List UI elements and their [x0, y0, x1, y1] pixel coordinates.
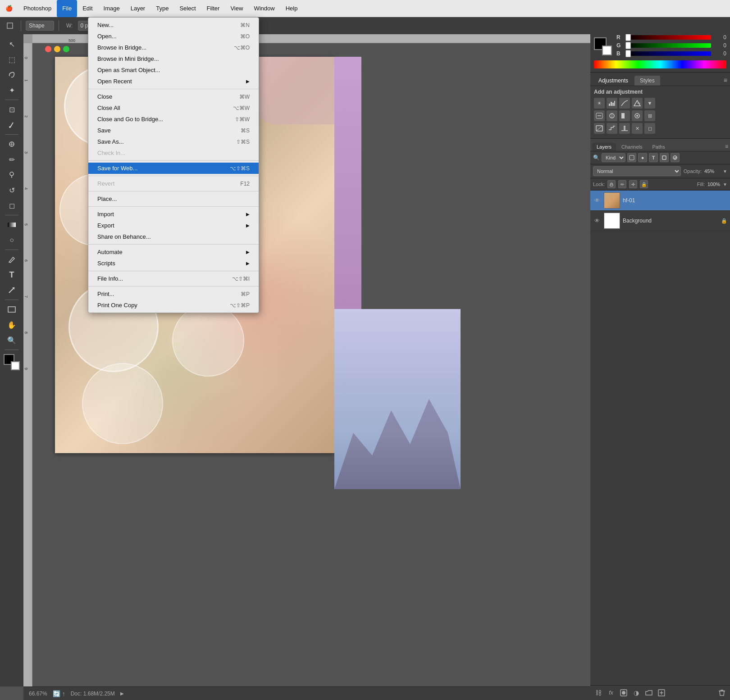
adj-bw[interactable] [619, 110, 630, 121]
menubar-type[interactable]: Type [151, 0, 174, 17]
opacity-arrow[interactable]: ▼ [723, 169, 727, 174]
opacity-value[interactable]: 45% [704, 168, 720, 174]
adjustments-panel-options-btn[interactable]: ≡ [724, 77, 727, 86]
fill-arrow[interactable]: ▼ [723, 182, 727, 187]
menubar-file[interactable]: File [57, 0, 77, 17]
adj-invert[interactable] [594, 123, 605, 134]
menu-item-automate[interactable]: Automate ▶ [88, 246, 259, 258]
menu-item-save-as[interactable]: Save As... ⇧⌘S [88, 136, 259, 147]
blend-mode-select[interactable]: Normal [593, 166, 681, 176]
red-slider-track[interactable] [625, 35, 711, 40]
tab-layers[interactable]: Layers [592, 143, 616, 151]
menubar-window[interactable]: Window [248, 0, 280, 17]
filter-smart-icon[interactable] [671, 153, 680, 162]
adj-curves[interactable] [619, 98, 630, 109]
layer-eye-background[interactable]: 👁 [593, 217, 601, 225]
layer-adj-btn[interactable]: ◑ [631, 687, 642, 698]
layers-panel-options-btn[interactable]: ≡ [725, 143, 728, 151]
filter-adj-icon[interactable]: ● [638, 153, 647, 162]
blue-slider-thumb[interactable] [625, 50, 631, 57]
menubar-select[interactable]: Select [174, 0, 201, 17]
tool-move[interactable]: ↖ [5, 37, 19, 51]
tool-crop[interactable]: ⊡ [5, 102, 19, 117]
layer-delete-btn[interactable] [716, 687, 727, 698]
menu-item-close-all[interactable]: Close All ⌥⌘W [88, 102, 259, 114]
lock-all-btn[interactable]: 🔒 [640, 180, 648, 188]
menubar-image[interactable]: Image [98, 0, 125, 17]
menubar-apple[interactable]: 🍎 [0, 0, 18, 17]
menu-item-browse-bridge[interactable]: Browse in Bridge... ⌥⌘O [88, 42, 259, 53]
tool-brush[interactable]: ✏ [5, 152, 19, 167]
filter-type-icon[interactable]: T [649, 153, 658, 162]
adj-balance[interactable] [607, 110, 617, 121]
menu-item-browse-mini[interactable]: Browse in Mini Bridge... [88, 53, 259, 64]
lock-position-btn[interactable]: ✛ [629, 180, 637, 188]
menu-item-new[interactable]: New... ⌘N [88, 19, 259, 31]
adj-vibrance[interactable]: ▼ [644, 98, 655, 109]
tool-pen[interactable] [5, 252, 19, 267]
tool-healing[interactable] [5, 137, 19, 151]
tool-marquee[interactable]: ⬚ [5, 52, 19, 67]
adj-levels[interactable] [607, 98, 617, 109]
adj-brightness[interactable]: ☀ [594, 98, 605, 109]
green-slider-track[interactable] [625, 43, 711, 48]
tool-magic-wand[interactable]: ✦ [5, 83, 19, 97]
lock-image-btn[interactable]: ✏ [618, 180, 626, 188]
tool-text[interactable]: T [5, 268, 19, 282]
tool-hand[interactable]: ✋ [5, 318, 19, 332]
layer-row-background[interactable]: 👁 Background 🔒 [590, 211, 730, 231]
menu-item-open-recent[interactable]: Open Recent ▶ [88, 76, 259, 87]
tool-zoom[interactable]: 🔍 [5, 333, 19, 347]
red-slider-thumb[interactable] [625, 34, 631, 41]
adj-posterize[interactable] [607, 123, 617, 134]
lock-transparency-btn[interactable] [607, 180, 616, 188]
shape-select[interactable]: Shape [26, 21, 54, 31]
adj-selective-color[interactable]: ◻ [644, 123, 655, 134]
window-minimize-btn[interactable] [54, 46, 60, 52]
layer-row-hf01[interactable]: 👁 hf-01 [590, 191, 730, 211]
tool-history[interactable]: ↺ [5, 183, 19, 197]
bg-color-swatch[interactable] [602, 45, 612, 55]
menu-item-save-for-web[interactable]: Save for Web... ⌥⇧⌘S [88, 163, 259, 174]
adj-exposure[interactable] [632, 98, 643, 109]
menu-item-share-behance[interactable]: Share on Behance... [88, 231, 259, 242]
tool-clone[interactable] [5, 168, 19, 182]
menubar-edit[interactable]: Edit [77, 0, 98, 17]
menu-item-close-bridge[interactable]: Close and Go to Bridge... ⇧⌘W [88, 114, 259, 125]
menu-item-scripts[interactable]: Scripts ▶ [88, 258, 259, 269]
menubar-help[interactable]: Help [280, 0, 303, 17]
window-close-btn[interactable] [45, 46, 51, 52]
doc-info-arrow[interactable]: ▶ [120, 691, 124, 696]
tool-dodge[interactable]: ○ [5, 233, 19, 247]
layer-new-btn[interactable] [656, 687, 667, 698]
menu-item-save[interactable]: Save ⌘S [88, 125, 259, 136]
filter-shape-icon[interactable] [660, 153, 669, 162]
menu-item-import[interactable]: Import ▶ [88, 209, 259, 220]
menubar-view[interactable]: View [225, 0, 248, 17]
fill-value[interactable]: 100% [707, 182, 720, 187]
tab-paths[interactable]: Paths [648, 143, 670, 151]
green-slider-thumb[interactable] [625, 42, 631, 49]
menubar-photoshop[interactable]: Photoshop [18, 0, 57, 17]
menu-item-export[interactable]: Export ▶ [88, 220, 259, 231]
adj-gradient-map[interactable]: ✕ [632, 123, 643, 134]
layer-eye-hf01[interactable]: 👁 [593, 196, 601, 205]
blue-slider-track[interactable] [625, 51, 711, 56]
tool-rectangle[interactable] [5, 302, 19, 317]
tab-adjustments[interactable]: Adjustments [593, 76, 634, 86]
tab-styles[interactable]: Styles [634, 76, 660, 86]
menu-item-open-smart[interactable]: Open as Smart Object... [88, 64, 259, 76]
adj-hue[interactable] [594, 110, 605, 121]
layers-kind-select[interactable]: Kind [602, 153, 625, 162]
filter-pixel-icon[interactable] [627, 153, 636, 162]
tool-path-select[interactable] [5, 283, 19, 297]
layer-mask-btn[interactable] [618, 687, 629, 698]
menu-item-file-info[interactable]: File Info... ⌥⇧⌘I [88, 273, 259, 284]
menubar-filter[interactable]: Filter [201, 0, 225, 17]
menubar-layer[interactable]: Layer [125, 0, 151, 17]
adj-threshold[interactable] [619, 123, 630, 134]
menu-item-close[interactable]: Close ⌘W [88, 91, 259, 102]
menu-item-print-one[interactable]: Print One Copy ⌥⇧⌘P [88, 300, 259, 311]
layer-link-btn[interactable]: ⛓ [593, 687, 604, 698]
layer-group-btn[interactable] [643, 687, 654, 698]
